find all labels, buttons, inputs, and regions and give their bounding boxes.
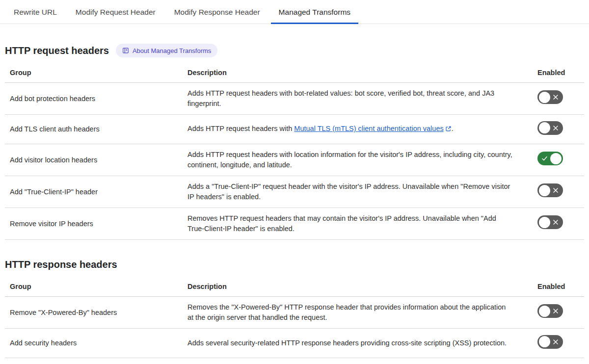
toggle-tls-client-auth[interactable]: [537, 121, 563, 135]
link-text: Mutual TLS (mTLS) client authentication …: [294, 125, 443, 132]
description-text: Adds a "True-Client-IP" request header w…: [183, 176, 533, 208]
group-label: Add "True-Client-IP" header: [5, 182, 183, 203]
description-before: Adds HTTP request headers with: [187, 125, 294, 132]
group-label: Add TLS client auth headers: [5, 119, 183, 140]
x-icon: [553, 339, 559, 345]
book-icon: [122, 47, 129, 54]
group-label: Add security headers: [5, 333, 183, 354]
x-icon: [553, 125, 559, 131]
column-header-group: Group: [5, 63, 183, 82]
group-label: Add visitor location headers: [5, 150, 183, 171]
toggle-knob: [539, 336, 550, 347]
table-row-remove-x-powered-by: Remove "X-Powered-By" headers Removes th…: [5, 297, 584, 329]
column-header-enabled: Enabled: [533, 63, 584, 82]
tab-modify-response-header[interactable]: Modify Response Header: [166, 5, 268, 24]
tab-managed-transforms[interactable]: Managed Transforms: [271, 5, 358, 24]
column-header-description: Description: [183, 277, 533, 296]
group-label: Remove visitor IP headers: [5, 213, 183, 234]
badge-label: About Managed Transforms: [133, 48, 211, 54]
mtls-docs-link[interactable]: Mutual TLS (mTLS) client authentication …: [294, 125, 451, 132]
description-text: Removes HTTP request headers that may co…: [183, 208, 533, 239]
external-link-icon: [445, 125, 452, 135]
response-headers-table: Group Description Enabled Remove "X-Powe…: [5, 277, 584, 358]
toggle-remove-x-powered-by[interactable]: [537, 304, 563, 318]
description-text: Adds HTTP request headers with location …: [183, 144, 533, 176]
toggle-bot-protection[interactable]: [537, 90, 563, 104]
tab-modify-request-header[interactable]: Modify Request Header: [68, 5, 163, 24]
toggle-visitor-location[interactable]: [537, 152, 563, 165]
toggle-knob: [539, 306, 550, 317]
section-title-text: HTTP request headers: [5, 44, 109, 57]
table-header-row: Group Description Enabled: [5, 63, 584, 83]
description-text: Removes the "X-Powered-By" HTTP response…: [183, 297, 533, 328]
toggle-knob: [550, 153, 562, 164]
toggle-remove-visitor-ip[interactable]: [537, 215, 563, 229]
table-row-true-client-ip: Add "True-Client-IP" header Adds a "True…: [5, 176, 584, 208]
x-icon: [553, 219, 559, 225]
toggle-add-security-headers[interactable]: [537, 335, 563, 349]
x-icon: [553, 94, 559, 100]
x-icon: [553, 308, 559, 314]
column-header-enabled: Enabled: [533, 277, 584, 296]
table-row-bot-protection: Add bot protection headers Adds HTTP req…: [5, 83, 584, 115]
toggle-knob: [539, 92, 550, 103]
response-headers-section-title: HTTP response headers: [5, 258, 584, 271]
table-row-remove-visitor-ip: Remove visitor IP headers Removes HTTP r…: [5, 208, 584, 240]
about-managed-transforms-link[interactable]: About Managed Transforms: [116, 44, 217, 57]
toggle-knob: [539, 217, 550, 228]
x-icon: [553, 187, 559, 193]
section-title-text: HTTP response headers: [5, 258, 117, 271]
toggle-knob: [539, 122, 550, 133]
tab-rewrite-url[interactable]: Rewrite URL: [6, 5, 65, 24]
transform-rules-tabs: Rewrite URL Modify Request Header Modify…: [0, 0, 589, 24]
description-text: Adds HTTP request headers with bot-relat…: [183, 83, 533, 114]
group-label: Add bot protection headers: [5, 88, 183, 109]
check-icon: [541, 156, 548, 162]
table-header-row: Group Description Enabled: [5, 277, 584, 297]
managed-transforms-panel: HTTP request headers About Managed Trans…: [0, 44, 589, 358]
column-header-description: Description: [183, 63, 533, 82]
description-after: .: [452, 125, 454, 132]
request-headers-section-title: HTTP request headers About Managed Trans…: [5, 44, 584, 57]
group-label: Remove "X-Powered-By" headers: [5, 302, 183, 323]
toggle-true-client-ip[interactable]: [537, 183, 563, 197]
description-text: Adds HTTP request headers with Mutual TL…: [183, 118, 533, 140]
description-text: Adds several security-related HTTP respo…: [183, 333, 533, 354]
column-header-group: Group: [5, 277, 183, 296]
request-headers-table: Group Description Enabled Add bot protec…: [5, 63, 584, 240]
table-row-add-security-headers: Add security headers Adds several securi…: [5, 329, 584, 358]
table-row-tls-client-auth: Add TLS client auth headers Adds HTTP re…: [5, 115, 584, 144]
table-row-visitor-location: Add visitor location headers Adds HTTP r…: [5, 144, 584, 176]
toggle-knob: [539, 185, 550, 196]
